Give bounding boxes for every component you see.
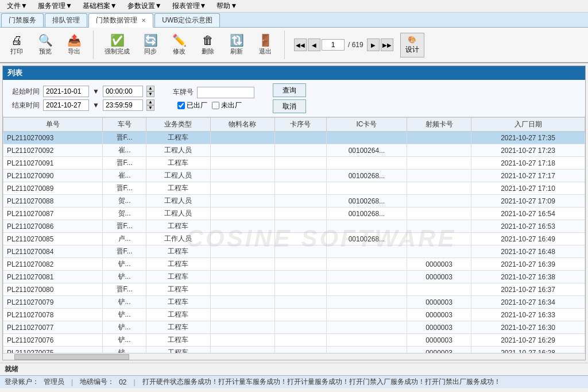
table-cell: 2021-10-27 16:53	[471, 220, 585, 233]
force-complete-button[interactable]: ✅ 强制完成	[100, 32, 134, 59]
sync-label: 同步	[144, 47, 157, 56]
table-cell: PL2110270090	[3, 170, 103, 182]
menu-params[interactable]: 参数设置▼	[123, 0, 167, 12]
table-row[interactable]: PL2110270079铲...工程车00000032021-10-27 16:…	[3, 296, 585, 309]
table-row[interactable]: PL2110270089晋F...工程车2021-10-27 17:10	[3, 182, 585, 195]
print-button[interactable]: 🖨 打印	[5, 32, 29, 59]
preview-button[interactable]: 🔍 预览	[33, 32, 57, 59]
table-row[interactable]: PL2110270077铲...工程车00000032021-10-27 16:…	[3, 321, 585, 334]
menu-help[interactable]: 帮助▼	[212, 0, 242, 12]
nav-last-button[interactable]: ▶▶	[381, 39, 393, 51]
table-cell: PL2110270087	[3, 207, 103, 220]
toolbar: 🖨 打印 🔍 预览 📤 导出 ✅ 强制完成 🔄 同步 ✏️ 修改 🗑 删除 🔃 …	[0, 28, 588, 63]
tab-uwb[interactable]: UWB定位示意图	[154, 13, 220, 27]
page-number-input[interactable]	[322, 39, 345, 51]
tab-queue-mgmt[interactable]: 排队管理	[45, 13, 87, 27]
table-cell: 贺...	[103, 195, 146, 207]
start-time-up[interactable]: ▲	[146, 86, 154, 91]
horizontal-scrollbar[interactable]	[3, 353, 585, 360]
start-time-down[interactable]: ▼	[146, 91, 154, 97]
menu-file[interactable]: 文件▼	[2, 0, 32, 12]
table-cell: PL2110270078	[3, 309, 103, 321]
end-time-up[interactable]: ▲	[146, 99, 154, 105]
exit-button[interactable]: 🚪 退出	[253, 32, 277, 59]
delete-button[interactable]: 🗑 删除	[196, 32, 220, 59]
scrollbar-thumb[interactable]	[14, 354, 129, 360]
sync-button[interactable]: 🔄 同步	[138, 32, 163, 59]
end-date-input[interactable]	[43, 99, 89, 111]
export-button[interactable]: 📤 导出	[62, 32, 86, 59]
checkbox-in[interactable]: 未出厂	[212, 101, 242, 110]
checkbox-out-input[interactable]	[177, 102, 185, 109]
table-cell: 工程车	[146, 245, 210, 258]
main-content: 列表 起始时间 ▼ ▲ ▼ 结束时间 ▼ ▲ ▼	[2, 66, 586, 360]
table-row[interactable]: PL2110270087贺...工程人员00100268...2021-10-2…	[3, 207, 585, 220]
end-time-down[interactable]: ▼	[146, 105, 154, 111]
table-cell	[210, 157, 274, 170]
menu-report[interactable]: 报表管理▼	[168, 0, 211, 12]
table-cell: 2021-10-27 16:33	[471, 309, 585, 321]
table-cell	[274, 157, 326, 170]
table-cell: 工程车	[146, 334, 210, 347]
filter-area: 起始时间 ▼ ▲ ▼ 结束时间 ▼ ▲ ▼	[3, 80, 585, 117]
info-bar: 登录账户： 管理员 | 地磅编号： 02 | 打开硬件状态服务成功！打开计量车服…	[0, 375, 588, 388]
end-time-sep: ▼	[92, 101, 99, 109]
table-row[interactable]: PL2110270091晋F...工程车2021-10-27 17:18	[3, 157, 585, 170]
start-date-input[interactable]	[43, 86, 89, 97]
modify-button[interactable]: ✏️ 修改	[167, 32, 191, 59]
table-cell	[210, 132, 274, 144]
table-cell: 00100268...	[326, 207, 407, 220]
table-row[interactable]: PL2110270084晋F...工程车2021-10-27 16:48	[3, 245, 585, 258]
table-cell: 0000003	[407, 271, 471, 283]
table-cell	[210, 207, 274, 220]
table-cell	[274, 170, 326, 182]
table-row[interactable]: PL2110270085卢...工作人员00100268...2021-10-2…	[3, 233, 585, 245]
site-value: 02	[119, 378, 126, 386]
table-row[interactable]: PL2110270081铲...工程车00000032021-10-27 16:…	[3, 271, 585, 283]
refresh-button[interactable]: 🔃 刷新	[225, 32, 249, 59]
table-row[interactable]: PL2110270078铲...工程车00000032021-10-27 16:…	[3, 309, 585, 321]
tab-gate-service[interactable]: 门禁服务	[1, 13, 44, 27]
table-cell: 晋F...	[103, 283, 146, 296]
table-cell: PL2110270093	[3, 132, 103, 144]
design-button[interactable]: 🎨 设计	[400, 33, 424, 57]
tab-bar: 门禁服务 排队管理 门禁数据管理 ✕ UWB定位示意图	[0, 13, 588, 28]
design-label: 设计	[405, 45, 419, 55]
design-icon: 🎨	[408, 36, 416, 44]
table-cell: 卢...	[103, 233, 146, 245]
table-row[interactable]: PL2110270090崔...工程人员00100268...2021-10-2…	[3, 170, 585, 182]
tab-gate-data[interactable]: 门禁数据管理 ✕	[88, 13, 153, 28]
table-row[interactable]: PL2110270076铲...工程车00000032021-10-27 16:…	[3, 334, 585, 347]
nav-first-button[interactable]: ◀◀	[294, 39, 307, 51]
user-label: 登录账户：	[5, 377, 39, 387]
table-cell: 工程人员	[146, 207, 210, 220]
checkbox-out[interactable]: 已出厂	[177, 101, 207, 110]
table-row[interactable]: PL2110270082铲...工程车00000032021-10-27 16:…	[3, 258, 585, 271]
checkbox-in-input[interactable]	[212, 102, 219, 109]
table-row[interactable]: PL2110270080晋F...工程车2021-10-27 16:37	[3, 283, 585, 296]
table-cell	[407, 182, 471, 195]
end-time-input[interactable]	[103, 99, 143, 111]
menu-archive[interactable]: 基础档案▼	[78, 0, 122, 12]
table-wrapper: COSINE SOFTWARE 单号 车号 业务类型 物料名称 卡序号 IC卡号…	[3, 117, 585, 360]
cancel-button[interactable]: 取消	[273, 99, 306, 113]
table-cell	[407, 170, 471, 182]
table-container[interactable]: 单号 车号 业务类型 物料名称 卡序号 IC卡号 射频卡号 入厂日期 PL211…	[3, 117, 585, 353]
menu-service[interactable]: 服务管理▼	[33, 0, 77, 12]
table-cell: PL2110270082	[3, 258, 103, 271]
table-row[interactable]: PL2110270075铲...工程车00000032021-10-27 16:…	[3, 347, 585, 353]
table-cell: 00100268...	[326, 195, 407, 207]
table-row[interactable]: PL2110270088贺...工程人员00100268...2021-10-2…	[3, 195, 585, 207]
tab-close-icon[interactable]: ✕	[141, 17, 146, 24]
plate-input[interactable]	[197, 87, 254, 98]
nav-prev-button[interactable]: ◀	[308, 39, 320, 51]
table-row[interactable]: PL2110270086晋F...工程车2021-10-27 16:53	[3, 220, 585, 233]
table-cell: 0000003	[407, 309, 471, 321]
nav-next-button[interactable]: ▶	[367, 39, 380, 51]
table-row[interactable]: PL2110270092崔...工程人员00100264...2021-10-2…	[3, 144, 585, 157]
table-cell: 2021-10-27 16:29	[471, 334, 585, 347]
table-row[interactable]: PL2110270093晋F...工程车2021-10-27 17:35	[3, 132, 585, 144]
query-button[interactable]: 查询	[273, 83, 306, 97]
print-label: 打印	[10, 47, 23, 56]
start-time-input[interactable]	[103, 86, 143, 97]
